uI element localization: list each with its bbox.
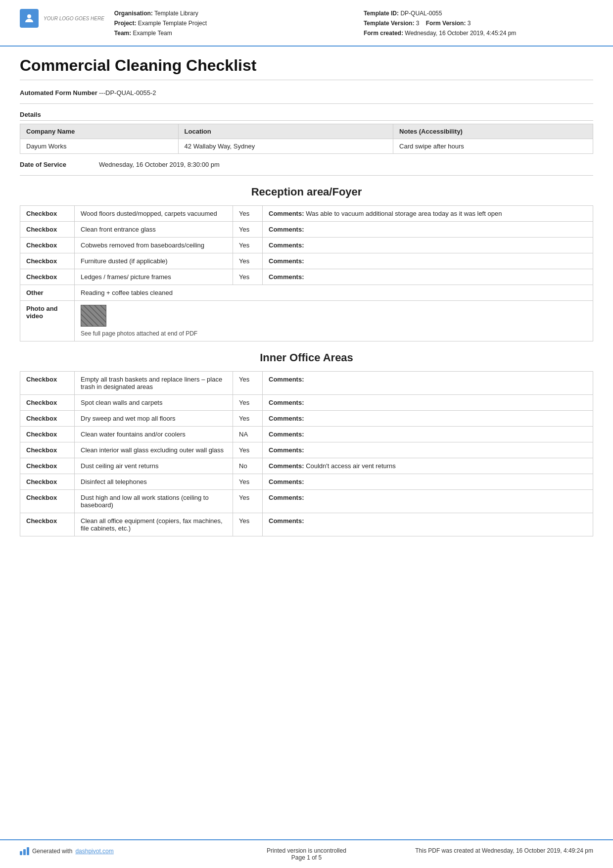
photo-thumbnail [81, 305, 106, 327]
row-type: Checkbox [20, 253, 75, 269]
project-value: Example Template Project [138, 20, 207, 27]
header-meta: Organisation: Template Library Project: … [114, 9, 593, 39]
row-desc: Spot clean walls and carpets [75, 395, 233, 411]
photo-row: Photo and video See full page photos att… [20, 301, 593, 341]
col-location: Location [178, 124, 393, 139]
row-value: Yes [233, 513, 263, 536]
header: YOUR LOGO GOES HERE Organisation: Templa… [0, 0, 613, 47]
bar1 [20, 851, 22, 855]
section1-table: Checkbox Wood floors dusted/mopped, carp… [20, 205, 593, 341]
row-type: Checkbox [20, 458, 75, 474]
row-desc: Empty all trash baskets and replace line… [75, 372, 233, 395]
form-version-value: 3 [468, 20, 471, 27]
bar3 [27, 847, 29, 855]
checklist-row: Checkbox Furniture dusted (if applicable… [20, 253, 593, 269]
footer-logo: Generated with dashpivot.com [20, 847, 211, 855]
form-number-label: Automated Form Number [20, 89, 99, 96]
row-type: Checkbox [20, 395, 75, 411]
logo-icon [20, 9, 39, 28]
row-comments: Comments: Was able to vacuum additional … [263, 206, 593, 222]
row-comments: Comments: [263, 395, 593, 411]
row-value: Yes [233, 253, 263, 269]
footer-logo-icon [20, 847, 29, 855]
row-comments: Comments: [263, 442, 593, 458]
row-value: No [233, 458, 263, 474]
checklist-row: Checkbox Clean all office equipment (cop… [20, 513, 593, 536]
section1-heading: Reception area/Foyer [20, 186, 593, 198]
project-label: Project: [114, 20, 137, 27]
row-value: Yes [233, 442, 263, 458]
checklist-row: Checkbox Dry sweep and wet mop all floor… [20, 411, 593, 427]
row-type: Checkbox [20, 474, 75, 490]
pdf-note: This PDF was created at Wednesday, 16 Oc… [402, 847, 593, 854]
date-service-label: Date of Service [20, 161, 99, 168]
form-version-label: Form Version: [426, 20, 466, 27]
other-desc: Reading + coffee tables cleaned [75, 285, 593, 301]
photo-caption: See full page photos attached at end of … [81, 330, 587, 337]
row-value: Yes [233, 269, 263, 285]
row-type: Checkbox [20, 513, 75, 536]
row-desc: Clean all office equipment (copiers, fax… [75, 513, 233, 536]
checklist-row: Checkbox Wood floors dusted/mopped, carp… [20, 206, 593, 222]
row-type: Checkbox [20, 490, 75, 513]
row-type: Checkbox [20, 442, 75, 458]
footer: Generated with dashpivot.com Printed ver… [0, 839, 613, 868]
row-comments: Comments: Couldn't access air vent retur… [263, 458, 593, 474]
logo-text: YOUR LOGO GOES HERE [44, 15, 104, 22]
row-comments: Comments: [263, 411, 593, 427]
row-comments: Comments: [263, 269, 593, 285]
generated-link[interactable]: dashpivot.com [75, 848, 113, 855]
row-value: Yes [233, 395, 263, 411]
team-label: Team: [114, 30, 131, 37]
version-row: Template Version: 3 Form Version: 3 [364, 19, 593, 28]
row-desc: Dust high and low all work stations (cei… [75, 490, 233, 513]
row-type: Checkbox [20, 206, 75, 222]
page: YOUR LOGO GOES HERE Organisation: Templa… [0, 0, 613, 868]
row-desc: Ledges / frames/ picture frames [75, 269, 233, 285]
row-value: Yes [233, 372, 263, 395]
checklist-row: Checkbox Clean front entrance glass Yes … [20, 222, 593, 238]
date-service-value: Wednesday, 16 October 2019, 8:30:00 pm [99, 161, 220, 168]
row-desc: Furniture dusted (if applicable) [75, 253, 233, 269]
details-row: Dayum Works 42 Wallaby Way, Sydney Card … [20, 139, 593, 154]
template-id-row: Template ID: DP-QUAL-0055 [364, 9, 593, 18]
checklist-row: Checkbox Dust high and low all work stat… [20, 490, 593, 513]
other-row: Other Reading + coffee tables cleaned [20, 285, 593, 301]
row-type: Checkbox [20, 269, 75, 285]
row-type: Checkbox [20, 411, 75, 427]
row-comments: Comments: [263, 372, 593, 395]
team-value: Example Team [133, 30, 172, 37]
row-comments: Comments: [263, 490, 593, 513]
checklist-row: Checkbox Ledges / frames/ picture frames… [20, 269, 593, 285]
notes-value: Card swipe after hours [393, 139, 593, 154]
template-id-label: Template ID: [364, 10, 399, 17]
row-value: NA [233, 427, 263, 442]
row-desc: Dry sweep and wet mop all floors [75, 411, 233, 427]
location-value: 42 Wallaby Way, Sydney [178, 139, 393, 154]
section2-heading: Inner Office Areas [20, 351, 593, 364]
row-type: Checkbox [20, 427, 75, 442]
team-row: Team: Example Team [114, 29, 344, 38]
details-table: Company Name Location Notes (Accessibili… [20, 124, 593, 154]
checklist-row: Checkbox Dust ceiling air vent returns N… [20, 458, 593, 474]
details-header: Details [20, 111, 593, 121]
form-created-label: Form created: [364, 30, 403, 37]
checklist-row: Checkbox Clean water fountains and/or co… [20, 427, 593, 442]
checklist-row: Checkbox Spot clean walls and carpets Ye… [20, 395, 593, 411]
section2-table: Checkbox Empty all trash baskets and rep… [20, 371, 593, 536]
logo-area: YOUR LOGO GOES HERE [20, 9, 104, 28]
row-value: Yes [233, 474, 263, 490]
row-desc: Clean water fountains and/or coolers [75, 427, 233, 442]
row-comments: Comments: [263, 253, 593, 269]
col-company: Company Name [20, 124, 179, 139]
checklist-row: Checkbox Empty all trash baskets and rep… [20, 372, 593, 395]
row-comments: Comments: [263, 222, 593, 238]
form-created-value: Wednesday, 16 October 2019, 4:45:24 pm [405, 30, 516, 37]
row-comments: Comments: [263, 474, 593, 490]
svg-point-0 [27, 14, 31, 18]
row-value: Yes [233, 206, 263, 222]
company-value: Dayum Works [20, 139, 179, 154]
row-comments: Comments: [263, 513, 593, 536]
template-id-value: DP-QUAL-0055 [400, 10, 442, 17]
row-desc: Clean interior wall glass excluding oute… [75, 442, 233, 458]
